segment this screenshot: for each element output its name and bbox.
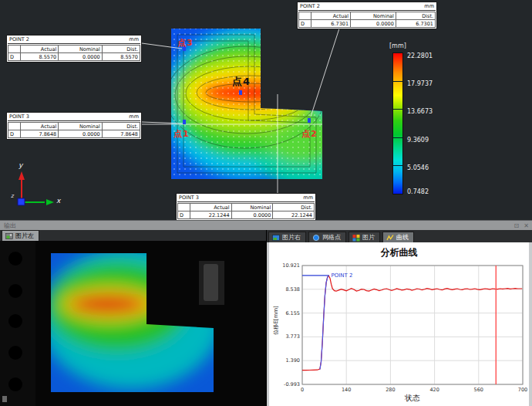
tab-image[interactable]: 图片: [348, 232, 380, 242]
callout-title: POINT 3: [179, 195, 199, 201]
legend-tick: 13.6673: [407, 108, 433, 115]
axis-triad: [18, 171, 54, 205]
nominal-value: 0.0000: [59, 130, 103, 138]
callout-unit: mm: [303, 195, 313, 201]
svg-text:10.921: 10.921: [282, 262, 300, 269]
svg-text:140: 140: [342, 387, 351, 393]
tab-image-left-label: 图片左: [15, 232, 34, 240]
image-right-icon: [272, 234, 280, 242]
curve-icon: [386, 234, 394, 242]
row-label: D: [8, 130, 21, 138]
measurement-callout-point3-bottom[interactable]: POINT 3 mm Actual Nominal Dist. D 22.124…: [176, 193, 316, 221]
svg-text:280: 280: [386, 387, 395, 393]
legend-tick: 22.2801: [407, 52, 433, 59]
svg-text:700: 700: [518, 387, 527, 393]
axis-x-label: x: [56, 197, 60, 205]
tab-image-label: 图片: [362, 233, 375, 242]
callout-unit: mm: [129, 113, 139, 120]
svg-text:420: 420: [429, 387, 439, 393]
row-label: D: [299, 20, 311, 28]
point-label-2[interactable]: 点2: [301, 128, 318, 140]
col-dist: Dist.: [273, 204, 315, 211]
dist-value: 6.7301: [396, 20, 435, 28]
svg-text:-0.993: -0.993: [284, 381, 300, 387]
tab-curve[interactable]: 曲线: [382, 232, 414, 242]
dist-value: 7.8648: [102, 130, 140, 138]
analysis-curve-panel: 分析曲线 位移E[mm] 0140280420560700-0.9931.390…: [267, 242, 532, 406]
nominal-value: 0.0000: [59, 53, 103, 61]
left-panel-tabbar: 图片左: [0, 230, 266, 241]
output-dock-titlebar: 输出 ⊡ ✕: [0, 220, 532, 230]
tab-image-left[interactable]: 图片左: [2, 230, 39, 241]
col-nominal: Nominal: [59, 46, 103, 53]
actual-value: 7.8648: [21, 130, 59, 138]
camera-image-view[interactable]: [0, 241, 266, 406]
row-label: D: [8, 53, 21, 61]
clamp: [199, 261, 224, 305]
legend-tick: 0.7482: [407, 188, 429, 195]
3d-viewport[interactable]: y x z 点3 点4 点1 点2 POINT 2 mm Actual Nomi…: [0, 0, 532, 220]
tab-curve-label: 曲线: [396, 233, 409, 242]
legend-tick: 9.3609: [407, 137, 429, 144]
nominal-value: 0.0000: [351, 20, 396, 28]
point-label-4[interactable]: 点4: [232, 75, 251, 89]
axis-z-label: z: [11, 193, 14, 199]
col-nominal: Nominal: [351, 12, 396, 20]
image-left-icon: [5, 232, 13, 240]
color-scale-legend: [mm] 22.2801 17.9737 13.6673 9.3609 5.05…: [388, 42, 450, 49]
col-dist: Dist.: [102, 46, 140, 53]
legend-unit-label: [mm]: [389, 42, 406, 49]
dist-value: 8.5570: [102, 53, 140, 61]
dist-value: 22.1244: [273, 211, 315, 219]
actual-value: 6.7301: [311, 20, 351, 28]
col-nominal: Nominal: [231, 204, 273, 211]
axis-y-label: y: [19, 161, 22, 169]
svg-text:3.773: 3.773: [285, 333, 300, 340]
callout-title: POINT 2: [300, 3, 320, 9]
actual-value: 22.1244: [190, 211, 232, 219]
col-dist: Dist.: [102, 123, 140, 130]
tab-grid-points-label: 网格点: [322, 233, 341, 242]
svg-text:8.538: 8.538: [285, 286, 300, 293]
col-actual: Actual: [311, 12, 351, 20]
col-actual: Actual: [190, 204, 232, 211]
tab-image-right[interactable]: 图片右: [268, 232, 306, 242]
camera-image: [0, 241, 266, 406]
col-actual: Actual: [21, 46, 59, 53]
svg-text:6.155: 6.155: [285, 310, 300, 316]
svg-text:560: 560: [474, 387, 483, 393]
analysis-curve-plot[interactable]: 0140280420560700-0.9931.3903.7736.1558.5…: [269, 242, 529, 406]
right-panel-tabbar: 图片右 网格点 图片 曲线: [267, 230, 532, 242]
col-dist: Dist.: [396, 12, 435, 20]
measurement-callout-point2-topleft[interactable]: POINT 2 mm Actual Nominal Dist. D 8.5570…: [6, 35, 142, 63]
tab-grid-points[interactable]: 网格点: [308, 232, 346, 242]
callout-title: POINT 2: [9, 36, 29, 42]
callout-title: POINT 3: [9, 113, 29, 120]
output-dock-title: 输出: [4, 222, 16, 229]
svg-text:0: 0: [301, 387, 304, 393]
measurement-callout-point3-left[interactable]: POINT 3 mm Actual Nominal Dist. D 7.8648…: [6, 112, 142, 140]
point-label-3[interactable]: 点3: [177, 37, 194, 49]
legend-tick: 5.0546: [407, 164, 429, 171]
svg-text:1.390: 1.390: [285, 357, 300, 364]
actual-value: 8.5570: [21, 53, 59, 61]
point-label-1[interactable]: 点1: [173, 128, 190, 140]
tab-image-right-label: 图片右: [282, 233, 301, 242]
chart-y-axis-label: 位移E[mm]: [272, 293, 280, 347]
chart-x-axis-label: 状态: [302, 393, 523, 404]
application-window: y x z 点3 点4 点1 点2 POINT 2 mm Actual Nomi…: [0, 0, 532, 406]
image-icon: [352, 234, 360, 242]
svg-text:POINT 2: POINT 2: [332, 272, 353, 279]
row-label: D: [178, 211, 190, 219]
nominal-value: 0.0000: [231, 211, 273, 219]
chart-title: 分析曲线: [269, 246, 529, 259]
col-actual: Actual: [21, 123, 59, 130]
callout-unit: mm: [129, 36, 139, 42]
frame-marker-icon: [2, 396, 7, 402]
color-scale-bar: [392, 52, 403, 195]
col-nominal: Nominal: [59, 123, 103, 130]
measurement-callout-point2-topright[interactable]: POINT 2 mm Actual Nominal Dist. D 6.7301…: [297, 2, 437, 29]
legend-tick: 17.9737: [407, 80, 433, 87]
contour-heatmap: [0, 0, 532, 220]
grid-points-icon: [312, 234, 320, 242]
